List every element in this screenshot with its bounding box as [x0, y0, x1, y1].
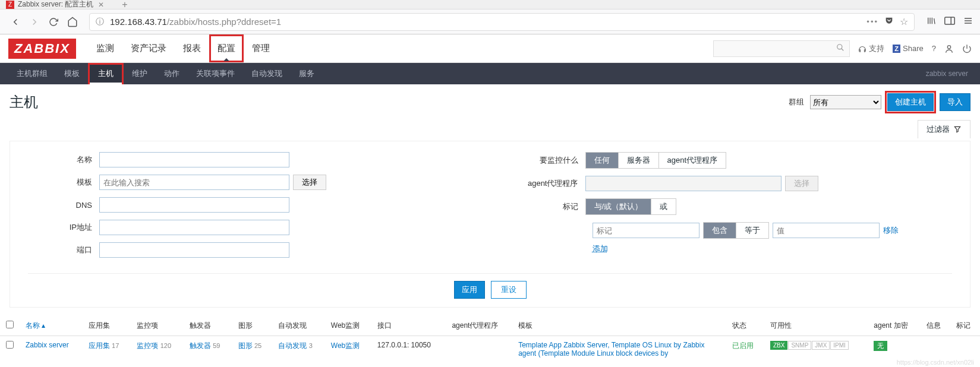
back-icon[interactable] — [7, 14, 24, 30]
subnav-discovery[interactable]: 自动发现 — [243, 63, 291, 84]
tab-close-icon[interactable]: ✕ — [98, 1, 104, 9]
col-availability: 可用性 — [764, 316, 868, 336]
sub-nav: 主机群组 模板 主机 维护 动作 关联项事件 自动发现 服务 zabbix se… — [0, 63, 980, 84]
filter-apply-button[interactable]: 应用 — [454, 281, 485, 299]
sidebar-icon[interactable] — [944, 17, 955, 27]
monitored-opt-any[interactable]: 任何 — [586, 153, 619, 168]
subnav-correlation[interactable]: 关联项事件 — [188, 63, 243, 84]
filter-panel: 名称 模板 选择 DNS IP地址 端口 要监控什么 — [10, 141, 970, 308]
triggers-link[interactable]: 触发器 — [190, 341, 211, 350]
home-icon[interactable] — [64, 14, 81, 30]
status-toggle[interactable]: 已启用 — [732, 341, 754, 350]
applications-link[interactable]: 应用集 — [89, 341, 110, 350]
web-link[interactable]: Web监测 — [331, 341, 360, 350]
row-checkbox[interactable] — [6, 341, 14, 349]
svg-rect-0 — [945, 17, 955, 24]
help-icon[interactable]: ? — [932, 44, 936, 53]
server-name: zabbix server — [926, 69, 972, 78]
monitored-opt-server[interactable]: 服务器 — [619, 153, 659, 168]
tags-mode-andor[interactable]: 与/或（默认） — [586, 199, 652, 214]
nav-inventory[interactable]: 资产记录 — [122, 34, 175, 62]
filter-name-input[interactable] — [99, 152, 289, 167]
page-title: 主机 — [10, 93, 38, 112]
tag-name-input[interactable] — [593, 223, 699, 238]
menu-icon[interactable] — [963, 16, 973, 27]
tag-filter-row: 包含 等于 移除 — [593, 222, 953, 239]
graphs-link[interactable]: 图形 — [238, 341, 253, 350]
pocket-icon[interactable] — [884, 16, 894, 27]
host-name-link[interactable]: Zabbix server — [26, 341, 69, 349]
group-select[interactable]: 所有 — [810, 95, 881, 109]
nav-configuration[interactable]: 配置 — [209, 34, 244, 62]
discovery-link[interactable]: 自动发现 — [278, 341, 307, 350]
subnav-templates[interactable]: 模板 — [56, 63, 88, 84]
library-icon[interactable] — [927, 16, 936, 27]
tag-value-input[interactable] — [773, 223, 880, 238]
site-info-icon[interactable]: ⓘ — [96, 17, 104, 27]
subnav-actions[interactable]: 动作 — [156, 63, 188, 84]
availability-cell: ZBXSNMPJMXIPMI — [764, 336, 868, 363]
page-actions-icon[interactable]: ••• — [866, 17, 878, 26]
tab-favicon: Z — [6, 1, 14, 9]
filter-ip-input[interactable] — [99, 220, 289, 235]
filter-template-input[interactable] — [99, 175, 289, 190]
bookmark-icon[interactable]: ☆ — [900, 16, 908, 27]
subnav-maintenance[interactable]: 维护 — [124, 63, 156, 84]
subnav-hostgroups[interactable]: 主机群组 — [8, 63, 56, 84]
nav-reports[interactable]: 报表 — [175, 34, 209, 62]
tag-op-group: 包含 等于 — [703, 222, 769, 239]
filter-ip-label: IP地址 — [28, 222, 99, 233]
reload-icon[interactable] — [45, 14, 62, 30]
interface-cell: 127.0.0.1: 10050 — [371, 336, 446, 363]
filter-proxy-label: agent代理程序 — [514, 178, 585, 189]
import-button[interactable]: 导入 — [940, 93, 970, 111]
filter-toggle[interactable]: 过滤器 — [918, 120, 970, 138]
filter-port-input[interactable] — [99, 242, 289, 258]
create-host-button[interactable]: 创建主机 — [887, 93, 934, 111]
filter-reset-button[interactable]: 重设 — [491, 281, 527, 299]
new-tab-icon[interactable]: + — [122, 0, 127, 10]
tag-add-link[interactable]: 添加 — [593, 244, 608, 253]
logout-icon[interactable] — [962, 44, 972, 53]
template-select-button[interactable]: 选择 — [293, 175, 326, 190]
items-link[interactable]: 监控项 — [137, 341, 158, 350]
url-text: 192.168.43.71/zabbix/hosts.php?ddreset=1 — [110, 17, 281, 27]
col-triggers: 触发器 — [184, 316, 232, 336]
avail-snmp: SNMP — [788, 341, 811, 350]
browser-toolbar: ⓘ 192.168.43.71/zabbix/hosts.php?ddreset… — [0, 10, 980, 34]
user-icon[interactable] — [944, 44, 954, 53]
subnav-hosts[interactable]: 主机 — [88, 63, 124, 84]
select-all-checkbox[interactable] — [6, 321, 14, 328]
tag-op-equals[interactable]: 等于 — [736, 223, 768, 238]
col-web: Web监测 — [325, 316, 371, 336]
filter-dns-input[interactable] — [99, 197, 289, 213]
url-bar[interactable]: ⓘ 192.168.43.71/zabbix/hosts.php?ddreset… — [89, 13, 915, 31]
col-name[interactable]: 名称 ▴ — [26, 321, 45, 330]
tag-op-contains[interactable]: 包含 — [704, 223, 736, 238]
header-search[interactable] — [713, 40, 850, 57]
watermark: https://blog.csdn.net/xn02li — [897, 359, 974, 362]
filter-icon — [953, 125, 962, 134]
tag-remove-link[interactable]: 移除 — [883, 225, 899, 236]
tags-mode-or[interactable]: 或 — [651, 199, 676, 214]
subnav-services[interactable]: 服务 — [291, 63, 323, 84]
group-label: 群组 — [789, 97, 804, 107]
nav-monitoring[interactable]: 监测 — [88, 34, 122, 62]
monitored-opt-proxy[interactable]: agent代理程序 — [659, 153, 726, 168]
col-interface: 接口 — [371, 316, 446, 336]
search-icon — [836, 43, 844, 53]
forward-icon[interactable] — [26, 14, 43, 30]
avail-ipmi: IPMI — [830, 341, 849, 350]
monitored-by-group: 任何 服务器 agent代理程序 — [585, 152, 727, 169]
templates-cell[interactable]: Template App Zabbix Server, Template OS … — [518, 341, 704, 357]
zabbix-logo[interactable]: ZABBIX — [8, 39, 76, 59]
nav-administration[interactable]: 管理 — [244, 34, 278, 62]
col-templates: 模板 — [512, 316, 726, 336]
support-link[interactable]: 支持 — [858, 43, 884, 54]
filter-template-label: 模板 — [28, 177, 99, 188]
tab-title: Zabbix server: 配置主机 — [18, 0, 93, 10]
col-items: 监控项 — [131, 316, 184, 336]
encryption-badge: 无 — [874, 341, 887, 351]
main-nav: 监测 资产记录 报表 配置 管理 — [88, 34, 278, 62]
share-link[interactable]: ZShare — [893, 44, 923, 53]
